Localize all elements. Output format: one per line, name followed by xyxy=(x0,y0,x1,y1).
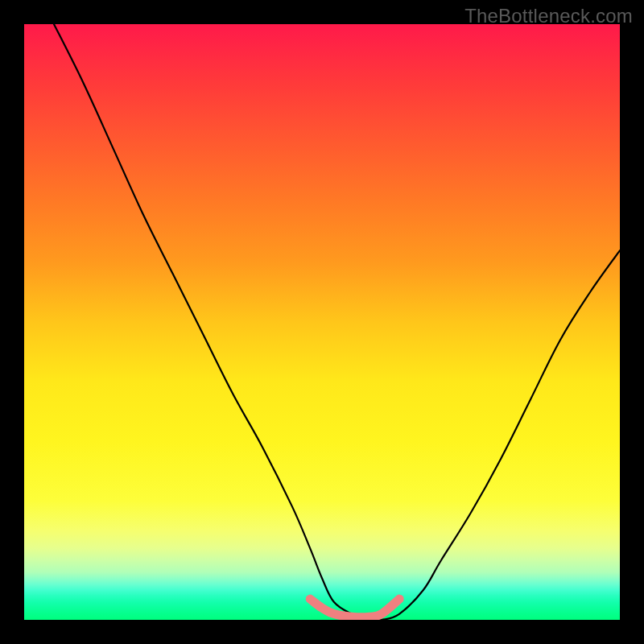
chart-svg xyxy=(24,24,620,620)
bottleneck-curve-path xyxy=(54,24,620,620)
watermark-text: TheBottleneck.com xyxy=(464,5,633,27)
plot-area xyxy=(24,24,620,620)
optimal-zone-path xyxy=(310,599,399,617)
chart-frame: TheBottleneck.com xyxy=(0,0,644,644)
